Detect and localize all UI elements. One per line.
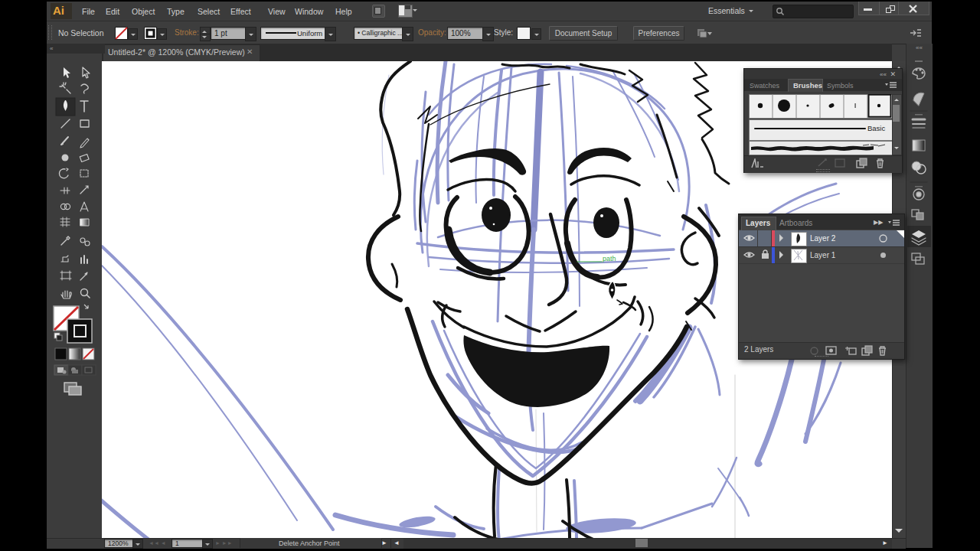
- svg-text:path: path: [603, 255, 616, 262]
